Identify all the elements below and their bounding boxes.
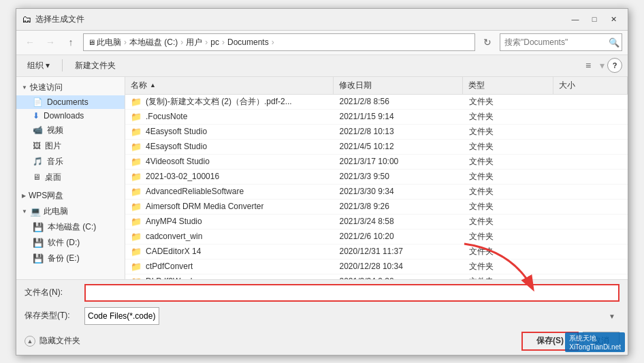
file-name-cell: 📁 DLPdf2Word xyxy=(125,274,334,279)
minimize-button[interactable]: — xyxy=(566,12,584,27)
table-row[interactable]: 📁 CADEditorX 14 2020/12/31 11:37 文件夹 xyxy=(125,244,628,259)
table-row[interactable]: 📁 4Easysoft Studio 2021/2/8 10:13 文件夹 xyxy=(125,125,628,140)
help-button[interactable]: ? xyxy=(607,58,622,73)
filetype-label: 保存类型(T): xyxy=(25,310,79,321)
file-name-text: cadconvert_win xyxy=(146,232,202,241)
dialog-title: 选择生成文件 xyxy=(35,14,84,25)
file-name-text: (复制)-新建文本文档 (2)（合并）.pdf-2... xyxy=(146,96,292,108)
file-date-cell: 2021/4/5 10:12 xyxy=(334,140,464,154)
sidebar-item-documents[interactable]: 📄 Documents xyxy=(16,95,125,109)
filetype-select[interactable]: Code Files(*.code) xyxy=(84,307,159,325)
file-name-cell: 📁 (复制)-新建文本文档 (2)（合并）.pdf-2... xyxy=(125,95,334,109)
images-icon: 🖼 xyxy=(33,141,41,151)
folder-icon: 📁 xyxy=(131,262,142,272)
folder-icon: 📁 xyxy=(131,112,142,122)
drive-c-icon: 💾 xyxy=(33,222,44,232)
sidebar-item-downloads[interactable]: ⬇ Downloads xyxy=(16,109,125,123)
view-options-button[interactable]: ≡ xyxy=(579,57,597,74)
table-row[interactable]: 📁 AdvancedReliableSoftware 2021/3/30 9:3… xyxy=(125,185,628,200)
table-row[interactable]: 📁 4Esaysoft Studio 2021/4/5 10:12 文件夹 xyxy=(125,140,628,155)
filetype-row: 保存类型(T): Code Files(*.code) ▼ xyxy=(16,306,628,329)
address-path[interactable]: 🖥 此电脑 › 本地磁盘 (C:) › 用户 › pc › Documents … xyxy=(83,33,475,51)
file-date-cell: 2021/3/3 9:50 xyxy=(334,170,464,184)
sidebar-item-desktop[interactable]: 🖥 桌面 xyxy=(16,170,125,185)
table-row[interactable]: 📁 4Videosoft Studio 2021/3/17 10:00 文件夹 xyxy=(125,155,628,170)
new-folder-button[interactable]: 新建文件夹 xyxy=(69,57,121,74)
file-name-text: 2021-03-02_100016 xyxy=(146,172,219,181)
sidebar-drive-d[interactable]: 💾 软件 (D:) xyxy=(16,235,125,251)
col-date-label: 修改日期 xyxy=(339,80,372,91)
file-name-text: .FocusNote xyxy=(146,112,187,121)
sidebar-item-video[interactable]: 📹 视频 xyxy=(16,123,125,138)
table-row[interactable]: 📁 (复制)-新建文本文档 (2)（合并）.pdf-2... 2021/2/8 … xyxy=(125,95,628,110)
table-row[interactable]: 📁 DLPdf2Word 2021/3/24 9:30 文件夹 xyxy=(125,274,628,279)
file-name-text: 4Esaysoft Studio xyxy=(146,142,207,151)
filename-input[interactable] xyxy=(84,284,619,302)
file-date-cell: 2021/2/8 8:56 xyxy=(334,95,464,109)
video-icon: 📹 xyxy=(33,125,43,135)
sidebar-item-label-music: 音乐 xyxy=(47,156,63,168)
col-header-size[interactable]: 大小 xyxy=(553,77,628,94)
col-header-type[interactable]: 类型 xyxy=(463,77,553,94)
refresh-button[interactable]: ↻ xyxy=(479,34,496,50)
file-date-cell: 2021/3/8 9:26 xyxy=(334,200,464,214)
sidebar-item-music[interactable]: 🎵 音乐 xyxy=(16,154,125,170)
table-row[interactable]: 📁 ctPdfConvert 2020/12/28 10:34 文件夹 xyxy=(125,259,628,274)
cancel-button-2[interactable]: 取消 xyxy=(583,332,619,351)
file-size-cell xyxy=(553,244,628,259)
path-part-6: Documents xyxy=(227,37,269,47)
sidebar-this-pc[interactable]: ▼ 💻 此电脑 xyxy=(16,204,125,219)
forward-button[interactable]: → xyxy=(42,34,59,50)
sidebar: ▼ 快速访问 📄 Documents ⬇ Downloads 📹 视频 🖼 图片… xyxy=(16,77,125,279)
organize-button[interactable]: 组织 ▾ xyxy=(22,57,55,74)
back-button[interactable]: ← xyxy=(22,34,38,50)
search-input[interactable] xyxy=(500,33,622,51)
table-row[interactable]: 📁 2021-03-02_100016 2021/3/3 9:50 文件夹 xyxy=(125,170,628,185)
desktop-icon: 🖥 xyxy=(33,172,41,182)
file-size-cell xyxy=(553,125,628,139)
file-name-cell: 📁 4Videosoft Studio xyxy=(125,155,334,169)
file-date-cell: 2021/1/15 9:14 xyxy=(334,110,464,124)
file-type-cell: 文件夹 xyxy=(464,259,553,274)
sidebar-this-pc-label: 此电脑 xyxy=(44,206,68,217)
table-row[interactable]: 📁 Aimersoft DRM Media Converter 2021/3/8… xyxy=(125,200,628,215)
sidebar-drive-e-label: 备份 (E:) xyxy=(48,253,80,264)
folder-icon: 📁 xyxy=(131,157,142,167)
music-icon: 🎵 xyxy=(33,157,43,166)
sidebar-wps[interactable]: ▶ WPS网盘 xyxy=(16,188,125,204)
file-date-cell: 2020/12/28 10:34 xyxy=(334,259,464,274)
chevron-thispc-icon: ▼ xyxy=(22,208,27,215)
path-sep-2: › xyxy=(180,37,183,47)
file-size-cell xyxy=(553,140,628,154)
sidebar-drive-c[interactable]: 💾 本地磁盘 (C:) xyxy=(16,219,125,235)
up-button[interactable]: ↑ xyxy=(63,34,79,50)
table-row[interactable]: 📁 cadconvert_win 2021/2/6 10:20 文件夹 xyxy=(125,230,628,244)
file-type-cell: 文件夹 xyxy=(464,244,553,259)
action-row: ▲ 隐藏文件夹 保存(S) 取消 xyxy=(16,329,628,355)
file-name-text: AnyMP4 Studio xyxy=(146,217,202,226)
sidebar-item-images[interactable]: 🖼 图片 xyxy=(16,138,125,154)
file-name-cell: 📁 CADEditorX 14 xyxy=(125,244,334,259)
file-date-cell: 2021/2/6 10:20 xyxy=(334,230,464,244)
chevron-down-icon: ▼ xyxy=(609,312,615,319)
close-button[interactable]: ✕ xyxy=(605,12,622,27)
search-icon[interactable]: 🔍 xyxy=(609,37,619,48)
file-date-cell: 2021/3/24 9:30 xyxy=(334,274,464,279)
file-size-cell xyxy=(553,155,628,169)
file-name-text: CADEditorX 14 xyxy=(146,247,201,256)
dialog-folder-icon: 🗂 xyxy=(22,14,31,25)
col-header-name[interactable]: 名称 ▲ xyxy=(125,77,334,94)
file-name-cell: 📁 cadconvert_win xyxy=(125,230,334,244)
sidebar-drive-e[interactable]: 💾 备份 (E:) xyxy=(16,251,125,266)
save-button[interactable]: 保存(S) xyxy=(521,332,579,351)
hide-files-toggle[interactable]: ▲ 隐藏文件夹 xyxy=(25,335,80,347)
maximize-button[interactable]: □ xyxy=(585,12,603,27)
col-header-date[interactable]: 修改日期 xyxy=(334,77,463,94)
address-bar: ← → ↑ 🖥 此电脑 › 本地磁盘 (C:) › 用户 › pc › Docu… xyxy=(16,31,628,55)
table-row[interactable]: 📁 AnyMP4 Studio 2021/3/24 8:58 文件夹 xyxy=(125,215,628,230)
sidebar-quick-access[interactable]: ▼ 快速访问 xyxy=(16,80,125,95)
file-type-cell: 文件夹 xyxy=(464,125,553,139)
drive-d-icon: 💾 xyxy=(33,238,44,248)
table-row[interactable]: 📁 .FocusNote 2021/1/15 9:14 文件夹 xyxy=(125,110,628,125)
sidebar-item-label-downloads: Downloads xyxy=(44,111,84,121)
